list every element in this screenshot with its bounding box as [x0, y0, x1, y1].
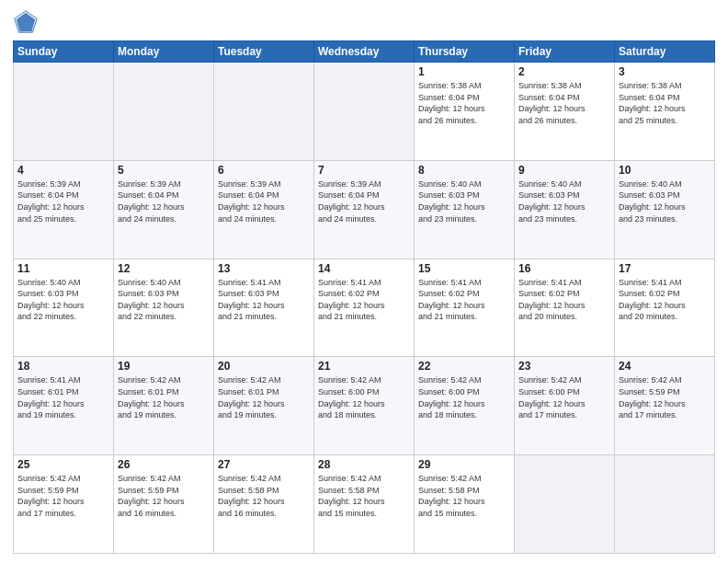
calendar-day-cell: 12Sunrise: 5:40 AM Sunset: 6:03 PM Dayli… — [114, 259, 214, 357]
calendar-day-cell: 24Sunrise: 5:42 AM Sunset: 5:59 PM Dayli… — [615, 357, 715, 455]
calendar-day-cell: 28Sunrise: 5:42 AM Sunset: 5:58 PM Dayli… — [314, 455, 415, 554]
calendar-day-cell: 20Sunrise: 5:42 AM Sunset: 6:01 PM Dayli… — [214, 357, 314, 455]
day-info: Sunrise: 5:41 AM Sunset: 6:02 PM Dayligh… — [619, 277, 711, 323]
day-info: Sunrise: 5:42 AM Sunset: 6:01 PM Dayligh… — [118, 374, 210, 420]
day-info: Sunrise: 5:42 AM Sunset: 5:58 PM Dayligh… — [218, 473, 310, 519]
day-info: Sunrise: 5:42 AM Sunset: 6:00 PM Dayligh… — [518, 374, 610, 420]
calendar-day-cell: 10Sunrise: 5:40 AM Sunset: 6:03 PM Dayli… — [615, 160, 715, 259]
day-info: Sunrise: 5:41 AM Sunset: 6:02 PM Dayligh… — [418, 277, 510, 323]
day-number: 25 — [17, 458, 109, 471]
day-info: Sunrise: 5:39 AM Sunset: 6:04 PM Dayligh… — [118, 178, 210, 224]
day-number: 13 — [218, 262, 310, 275]
day-number: 22 — [418, 360, 510, 373]
calendar-day-header: Friday — [515, 41, 615, 63]
day-number: 12 — [118, 262, 210, 275]
day-number: 19 — [118, 360, 210, 373]
calendar-header-row: SundayMondayTuesdayWednesdayThursdayFrid… — [14, 41, 715, 63]
day-number: 10 — [619, 164, 711, 177]
calendar-day-cell: 6Sunrise: 5:39 AM Sunset: 6:04 PM Daylig… — [214, 160, 314, 259]
calendar-day-cell — [14, 63, 114, 161]
day-info: Sunrise: 5:39 AM Sunset: 6:04 PM Dayligh… — [218, 178, 310, 224]
calendar-day-cell: 23Sunrise: 5:42 AM Sunset: 6:00 PM Dayli… — [515, 357, 615, 455]
day-number: 4 — [17, 164, 109, 177]
day-info: Sunrise: 5:40 AM Sunset: 6:03 PM Dayligh… — [118, 277, 210, 323]
calendar-day-cell: 27Sunrise: 5:42 AM Sunset: 5:58 PM Dayli… — [214, 455, 314, 554]
day-number: 20 — [218, 360, 310, 373]
day-number: 8 — [418, 164, 510, 177]
calendar-day-cell — [114, 63, 214, 161]
calendar-day-cell: 1Sunrise: 5:38 AM Sunset: 6:04 PM Daylig… — [415, 63, 515, 161]
calendar-day-cell: 11Sunrise: 5:40 AM Sunset: 6:03 PM Dayli… — [14, 259, 114, 357]
calendar-table: SundayMondayTuesdayWednesdayThursdayFrid… — [13, 40, 715, 554]
day-number: 24 — [619, 360, 711, 373]
day-info: Sunrise: 5:42 AM Sunset: 6:00 PM Dayligh… — [418, 374, 510, 420]
calendar-day-header: Thursday — [415, 41, 515, 63]
day-info: Sunrise: 5:39 AM Sunset: 6:04 PM Dayligh… — [17, 178, 109, 224]
day-number: 14 — [318, 262, 410, 275]
logo-icon — [13, 9, 39, 35]
day-info: Sunrise: 5:40 AM Sunset: 6:03 PM Dayligh… — [17, 277, 109, 323]
day-number: 9 — [518, 164, 610, 177]
calendar-day-header: Tuesday — [214, 41, 314, 63]
calendar-day-header: Sunday — [14, 41, 114, 63]
day-number: 18 — [17, 360, 109, 373]
day-info: Sunrise: 5:42 AM Sunset: 5:59 PM Dayligh… — [619, 374, 711, 420]
day-number: 21 — [318, 360, 410, 373]
day-number: 26 — [118, 458, 210, 471]
calendar-day-cell: 16Sunrise: 5:41 AM Sunset: 6:02 PM Dayli… — [515, 259, 615, 357]
day-info: Sunrise: 5:42 AM Sunset: 5:59 PM Dayligh… — [118, 473, 210, 519]
day-info: Sunrise: 5:40 AM Sunset: 6:03 PM Dayligh… — [418, 178, 510, 224]
day-info: Sunrise: 5:42 AM Sunset: 6:01 PM Dayligh… — [218, 374, 310, 420]
day-info: Sunrise: 5:42 AM Sunset: 6:00 PM Dayligh… — [318, 374, 410, 420]
day-info: Sunrise: 5:38 AM Sunset: 6:04 PM Dayligh… — [518, 80, 610, 126]
calendar-day-cell: 17Sunrise: 5:41 AM Sunset: 6:02 PM Dayli… — [615, 259, 715, 357]
calendar-day-cell: 5Sunrise: 5:39 AM Sunset: 6:04 PM Daylig… — [114, 160, 214, 259]
calendar-week-row: 11Sunrise: 5:40 AM Sunset: 6:03 PM Dayli… — [14, 259, 715, 357]
calendar-day-cell: 15Sunrise: 5:41 AM Sunset: 6:02 PM Dayli… — [415, 259, 515, 357]
calendar-day-cell: 22Sunrise: 5:42 AM Sunset: 6:00 PM Dayli… — [415, 357, 515, 455]
calendar-day-cell — [615, 455, 715, 554]
day-info: Sunrise: 5:42 AM Sunset: 5:58 PM Dayligh… — [318, 473, 410, 519]
calendar-day-cell: 19Sunrise: 5:42 AM Sunset: 6:01 PM Dayli… — [114, 357, 214, 455]
day-info: Sunrise: 5:38 AM Sunset: 6:04 PM Dayligh… — [619, 80, 711, 126]
day-number: 17 — [619, 262, 711, 275]
calendar-day-cell: 4Sunrise: 5:39 AM Sunset: 6:04 PM Daylig… — [14, 160, 114, 259]
page: SundayMondayTuesdayWednesdayThursdayFrid… — [0, 0, 728, 563]
calendar-day-header: Wednesday — [314, 41, 415, 63]
calendar-day-cell: 13Sunrise: 5:41 AM Sunset: 6:03 PM Dayli… — [214, 259, 314, 357]
calendar-day-cell: 3Sunrise: 5:38 AM Sunset: 6:04 PM Daylig… — [615, 63, 715, 161]
calendar-day-cell: 18Sunrise: 5:41 AM Sunset: 6:01 PM Dayli… — [14, 357, 114, 455]
calendar-day-cell — [314, 63, 415, 161]
day-number: 29 — [418, 458, 510, 471]
calendar-day-cell: 2Sunrise: 5:38 AM Sunset: 6:04 PM Daylig… — [515, 63, 615, 161]
day-number: 2 — [518, 65, 610, 78]
day-number: 16 — [518, 262, 610, 275]
day-number: 23 — [518, 360, 610, 373]
day-info: Sunrise: 5:41 AM Sunset: 6:02 PM Dayligh… — [318, 277, 410, 323]
day-number: 3 — [619, 65, 711, 78]
calendar-day-cell: 8Sunrise: 5:40 AM Sunset: 6:03 PM Daylig… — [415, 160, 515, 259]
day-number: 7 — [318, 164, 410, 177]
calendar-day-cell — [214, 63, 314, 161]
day-info: Sunrise: 5:41 AM Sunset: 6:01 PM Dayligh… — [17, 374, 109, 420]
day-info: Sunrise: 5:38 AM Sunset: 6:04 PM Dayligh… — [418, 80, 510, 126]
day-info: Sunrise: 5:42 AM Sunset: 5:59 PM Dayligh… — [17, 473, 109, 519]
calendar-day-cell: 9Sunrise: 5:40 AM Sunset: 6:03 PM Daylig… — [515, 160, 615, 259]
calendar-week-row: 18Sunrise: 5:41 AM Sunset: 6:01 PM Dayli… — [14, 357, 715, 455]
day-info: Sunrise: 5:41 AM Sunset: 6:03 PM Dayligh… — [218, 277, 310, 323]
day-number: 5 — [118, 164, 210, 177]
calendar-week-row: 4Sunrise: 5:39 AM Sunset: 6:04 PM Daylig… — [14, 160, 715, 259]
calendar-day-cell: 14Sunrise: 5:41 AM Sunset: 6:02 PM Dayli… — [314, 259, 415, 357]
day-number: 1 — [418, 65, 510, 78]
calendar-day-header: Monday — [114, 41, 214, 63]
day-info: Sunrise: 5:40 AM Sunset: 6:03 PM Dayligh… — [619, 178, 711, 224]
day-number: 28 — [318, 458, 410, 471]
calendar-day-header: Saturday — [615, 41, 715, 63]
day-info: Sunrise: 5:42 AM Sunset: 5:58 PM Dayligh… — [418, 473, 510, 519]
day-info: Sunrise: 5:40 AM Sunset: 6:03 PM Dayligh… — [518, 178, 610, 224]
calendar-day-cell: 29Sunrise: 5:42 AM Sunset: 5:58 PM Dayli… — [415, 455, 515, 554]
header — [13, 9, 715, 35]
calendar-day-cell: 25Sunrise: 5:42 AM Sunset: 5:59 PM Dayli… — [14, 455, 114, 554]
day-number: 6 — [218, 164, 310, 177]
day-number: 15 — [418, 262, 510, 275]
